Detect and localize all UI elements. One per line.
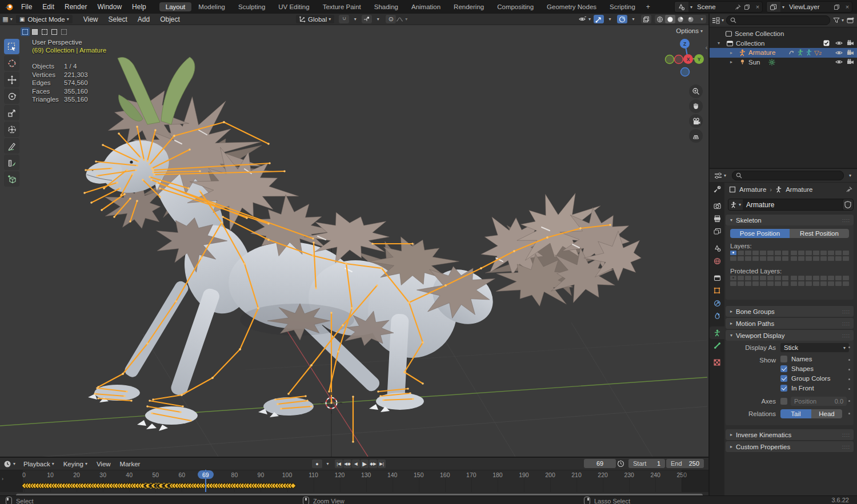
layer-toggle[interactable] (813, 251, 819, 255)
checkbox-in-front[interactable] (780, 385, 787, 392)
layer-toggle[interactable] (752, 276, 759, 280)
axes-checkbox[interactable] (780, 398, 787, 405)
falloff-icon[interactable]: ▾ (396, 15, 407, 23)
layer-toggle[interactable] (806, 276, 812, 280)
snap-target-chevron[interactable]: ▾ (372, 15, 382, 23)
layer-toggle[interactable] (798, 251, 804, 255)
layer-toggle[interactable] (782, 276, 788, 280)
tab-layout[interactable]: Layout (159, 2, 192, 11)
properties-options-chevron[interactable]: ▾ (849, 173, 851, 178)
tab-animation[interactable]: Animation (405, 2, 447, 11)
layer-toggle[interactable] (791, 251, 797, 255)
layer-toggle[interactable] (760, 276, 766, 280)
menu-window[interactable]: Window (92, 3, 127, 11)
layer-toggle[interactable] (791, 281, 797, 286)
close-icon[interactable]: × (843, 3, 852, 10)
eye-icon[interactable] (834, 40, 843, 46)
layer-toggle[interactable] (730, 276, 736, 280)
navigation-gizmo[interactable]: Z X Y (663, 35, 706, 79)
axes-position-slider[interactable]: Position0.0 (791, 397, 847, 406)
layer-toggle[interactable] (782, 256, 788, 261)
layer-toggle[interactable] (798, 276, 804, 280)
layer-toggle[interactable] (791, 256, 797, 261)
menu-help[interactable]: Help (127, 3, 151, 11)
layer-toggle[interactable] (738, 281, 744, 286)
panel-header-custom-properties[interactable]: ▸Custom Properties:::: (726, 441, 854, 452)
options-dropdown[interactable]: Options▾ (676, 27, 703, 34)
previous-keyframe-button[interactable]: ◀◆ (343, 459, 351, 468)
add-workspace-button[interactable]: + (642, 2, 654, 12)
properties-tab-scene[interactable] (710, 242, 724, 255)
layers-group-1[interactable] (730, 251, 789, 261)
blender-logo-icon[interactable] (5, 2, 14, 11)
gizmos-toggle-icon[interactable] (594, 15, 604, 23)
layer-toggle[interactable] (775, 256, 781, 261)
panel-collapse-arrow[interactable]: ‹ (706, 45, 707, 51)
properties-tab-constraints[interactable] (710, 297, 724, 309)
outliner-row-scene-collection[interactable]: Scene Collection (710, 29, 857, 39)
properties-search-input[interactable] (732, 171, 844, 180)
layer-toggle[interactable] (782, 251, 788, 255)
eye-icon[interactable] (834, 59, 843, 65)
layer-toggle[interactable] (835, 251, 842, 255)
layer-toggle[interactable] (752, 251, 759, 255)
viewport-menu-object[interactable]: Object (155, 15, 185, 23)
tab-geometry-nodes[interactable]: Geometry Nodes (540, 2, 603, 11)
layer-toggle[interactable] (813, 276, 819, 280)
tool-annotate[interactable] (4, 138, 19, 154)
menu-file[interactable]: File (16, 3, 37, 11)
playhead-frame-badge[interactable]: 69 (198, 470, 214, 479)
new-collection-icon[interactable] (847, 17, 855, 24)
layer-toggle[interactable] (738, 256, 744, 261)
properties-tab-bone[interactable] (710, 339, 724, 352)
layer-toggle[interactable] (782, 281, 788, 286)
layer-toggle[interactable] (767, 251, 774, 255)
gizmo-x-axis[interactable]: X (683, 54, 693, 64)
layer-toggle[interactable] (760, 256, 766, 261)
layer-toggle[interactable] (828, 251, 834, 255)
editor-type-icon[interactable]: ▦▾ (2, 15, 13, 23)
fake-user-shield-icon[interactable] (842, 199, 854, 211)
disclosure-icon[interactable]: ▾ (718, 41, 720, 46)
tab-uv-editing[interactable]: UV Editing (272, 2, 315, 11)
collection-checkbox[interactable] (822, 40, 831, 46)
layer-toggle[interactable] (738, 276, 744, 280)
shading-material-icon[interactable] (675, 15, 686, 23)
pin-icon[interactable] (846, 186, 852, 193)
select-mode-tweak[interactable] (21, 27, 30, 36)
jump-to-end-button[interactable]: ▶| (378, 459, 386, 468)
timeline-menu-playback[interactable]: Playback▾ (19, 461, 59, 467)
layer-toggle[interactable] (767, 281, 774, 286)
tool-select-box[interactable] (4, 39, 19, 54)
properties-tab-tool[interactable] (710, 183, 724, 195)
next-keyframe-button[interactable]: ◆▶ (369, 459, 377, 468)
pin-icon[interactable] (735, 4, 744, 10)
select-mode-extend[interactable] (40, 27, 49, 36)
tab-shading[interactable]: Shading (368, 2, 405, 11)
xray-toggle-icon[interactable] (641, 15, 651, 23)
action-icon[interactable] (788, 49, 795, 56)
layer-toggle[interactable] (752, 256, 759, 261)
tool-rotate[interactable] (4, 88, 19, 104)
properties-tab-object[interactable] (710, 284, 724, 297)
viewport-menu-add[interactable]: Add (133, 15, 155, 23)
properties-tab-render[interactable] (710, 200, 724, 212)
panel-header-motion-paths[interactable]: ▸Motion Paths:::: (726, 318, 854, 329)
auto-keying-icon[interactable] (617, 460, 624, 467)
close-icon[interactable]: × (753, 3, 762, 10)
pan-hand-icon[interactable] (689, 99, 703, 113)
orientation-dropdown[interactable]: Global ▾ (296, 15, 334, 23)
layer-toggle[interactable] (791, 276, 797, 280)
outliner-display-mode[interactable]: ▾ (712, 17, 724, 24)
shading-chevron[interactable]: ▾ (696, 15, 706, 23)
viewlayer-selector[interactable]: ▾ ViewLayer × (766, 1, 852, 13)
properties-tab-view-layer[interactable] (710, 225, 724, 237)
modifier-2-icon[interactable]: ▽2 (814, 49, 822, 57)
layer-toggle[interactable] (806, 251, 812, 255)
mode-dropdown[interactable]: ▣ Object Mode ▾ (16, 15, 73, 23)
disclosure-icon[interactable]: ▸ (730, 50, 732, 55)
disclosure-icon[interactable]: ▸ (730, 59, 732, 64)
snap-options-chevron[interactable]: ▾ (349, 15, 359, 23)
tool-move[interactable] (4, 72, 19, 87)
snap-magnet-icon[interactable]: ∩ (339, 15, 349, 23)
